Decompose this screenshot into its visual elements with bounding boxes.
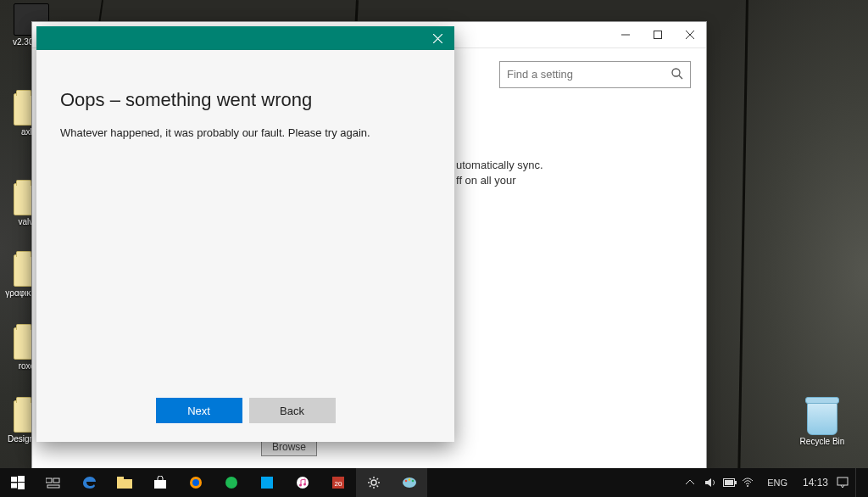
svg-point-24 (409, 478, 411, 481)
svg-rect-0 (654, 31, 662, 39)
svg-point-21 (371, 480, 376, 485)
svg-rect-6 (46, 478, 52, 483)
taskbar-item-paint[interactable] (392, 468, 427, 497)
edge-icon (81, 475, 97, 490)
svg-rect-27 (735, 481, 737, 484)
maximize-icon (654, 31, 662, 39)
taskbar-item-app3[interactable]: 20 (320, 468, 356, 497)
close-icon (433, 34, 442, 43)
tray-chevron-up[interactable] (686, 478, 704, 487)
svg-rect-8 (47, 485, 59, 488)
close-button[interactable] (674, 22, 706, 47)
task-view-icon (46, 477, 61, 489)
gear-icon (367, 476, 381, 489)
svg-point-29 (747, 485, 748, 487)
svg-rect-7 (53, 478, 59, 483)
taskbar-item-app2[interactable] (249, 468, 285, 497)
svg-point-1 (672, 69, 680, 76)
store-icon (153, 476, 167, 489)
svg-rect-9 (117, 479, 132, 489)
svg-rect-4 (11, 483, 17, 489)
settings-search-input[interactable] (500, 62, 671, 86)
tray-notifications[interactable] (837, 477, 855, 489)
wifi-icon (742, 477, 754, 488)
settings-search[interactable] (499, 61, 691, 88)
taskbar-item-settings[interactable] (356, 468, 392, 497)
task-view-button[interactable] (36, 468, 71, 497)
svg-point-13 (192, 479, 199, 486)
notification-icon (837, 477, 849, 489)
settings-body-line: ff on all your (456, 173, 543, 188)
battery-icon (723, 478, 737, 487)
dialog-close-button[interactable] (420, 26, 454, 50)
svg-rect-15 (261, 477, 273, 489)
error-body: Whatever happened, it was probably our f… (60, 126, 431, 139)
recycle-bin-label: Recycle Bin (795, 437, 849, 446)
taskbar-item-app1[interactable] (214, 468, 249, 497)
volume-icon (704, 477, 716, 488)
system-tray: ENG 14:13 (686, 468, 868, 497)
tray-clock[interactable]: 14:13 (794, 477, 837, 489)
tray-wifi[interactable] (742, 477, 760, 488)
svg-rect-3 (18, 476, 25, 482)
svg-rect-28 (725, 480, 733, 485)
close-icon (686, 31, 694, 39)
taskbar-item-explorer[interactable] (107, 468, 142, 497)
windows-icon (11, 476, 25, 489)
taskbar: 20 ENG 14:13 (0, 468, 868, 497)
taskbar-item-store[interactable] (142, 468, 178, 497)
svg-point-25 (412, 480, 415, 483)
error-dialog: Oops – something went wrong Whatever hap… (36, 26, 454, 442)
svg-text:20: 20 (335, 480, 342, 488)
folder-icon (117, 477, 132, 489)
svg-rect-5 (18, 483, 25, 489)
svg-point-17 (299, 484, 302, 487)
settings-body-text: utomatically sync. ff on all your (456, 158, 543, 188)
music-icon (296, 476, 309, 489)
taskbar-item-firefox[interactable] (178, 468, 214, 497)
tray-language[interactable]: ENG (760, 477, 794, 488)
back-button-dialog[interactable]: Back (249, 398, 336, 423)
chevron-up-icon (686, 478, 694, 487)
maximize-button[interactable] (642, 22, 674, 47)
svg-point-23 (405, 480, 408, 483)
taskbar-item-edge[interactable] (71, 468, 107, 497)
svg-point-14 (225, 477, 237, 489)
error-heading: Oops – something went wrong (60, 89, 431, 111)
svg-rect-2 (11, 477, 17, 482)
paint-icon (402, 477, 417, 489)
recycle-bin[interactable]: Recycle Bin (795, 401, 849, 446)
minimize-button[interactable] (609, 22, 642, 47)
svg-rect-11 (154, 480, 166, 489)
recycle-bin-icon (807, 401, 837, 435)
start-button[interactable] (0, 468, 36, 497)
app-icon: 20 (331, 476, 345, 489)
tray-battery[interactable] (723, 478, 742, 487)
tray-volume[interactable] (704, 477, 723, 488)
next-button[interactable]: Next (156, 398, 242, 423)
app-icon (225, 476, 238, 489)
svg-rect-10 (117, 477, 124, 480)
taskbar-item-itunes[interactable] (285, 468, 320, 497)
minimize-icon (621, 31, 630, 39)
error-dialog-titlebar (36, 26, 454, 50)
svg-rect-30 (837, 477, 848, 485)
svg-point-16 (297, 477, 309, 489)
firefox-icon (189, 476, 203, 489)
settings-body-line: utomatically sync. (456, 158, 543, 173)
show-desktop-button[interactable] (855, 468, 861, 497)
app-icon (260, 476, 274, 489)
svg-point-18 (303, 483, 306, 486)
search-icon (670, 67, 684, 81)
